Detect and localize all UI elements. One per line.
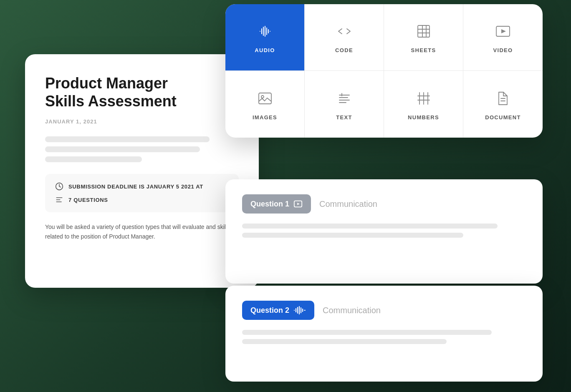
deadline-row: SUBMISSION DEADLINE IS JANUARY 5 2021 AT [55, 182, 229, 191]
question1-badge-label: Question 1 [250, 200, 289, 209]
svg-point-19 [261, 95, 264, 98]
info-box: SUBMISSION DEADLINE IS JANUARY 5 2021 AT… [45, 174, 239, 212]
question2-skeleton [242, 330, 526, 344]
questions-text: 7 QUESTIONS [68, 197, 108, 203]
assessment-card: Product Manager Skills Assessment JANUAR… [25, 54, 259, 288]
skeleton-line [242, 233, 463, 238]
sheets-icon [414, 21, 434, 41]
svg-marker-17 [501, 29, 506, 33]
skeleton-line [45, 156, 142, 162]
content-type-numbers[interactable]: NUMBERS [384, 71, 463, 138]
audio-label: AUDIO [255, 47, 275, 53]
skeleton-line [45, 136, 210, 142]
code-label: CODE [335, 47, 353, 53]
svg-rect-18 [259, 93, 271, 104]
question1-badge[interactable]: Question 1 [242, 194, 311, 214]
assessment-title: Product Manager Skills Assessment [45, 74, 239, 110]
skeleton-line [242, 339, 447, 344]
text-icon [334, 88, 354, 108]
question2-card: Question 2 Communication [225, 286, 543, 382]
content-type-sheets[interactable]: SHEETS [384, 4, 463, 71]
card-description: You will be asked a variety of question … [45, 222, 239, 241]
svg-rect-11 [418, 25, 430, 37]
skeleton-lines [45, 136, 239, 162]
content-type-card: AUDIO CODE SHEETS [225, 4, 543, 138]
skeleton-line [242, 224, 498, 229]
document-icon [493, 88, 513, 108]
video-play-icon [293, 199, 303, 209]
video-label: VIDEO [493, 47, 513, 53]
images-label: IMAGES [253, 114, 277, 121]
questions-row: 7 QUESTIONS [55, 196, 229, 204]
audio-wave-icon [293, 306, 306, 315]
numbers-icon [414, 88, 434, 108]
content-type-audio[interactable]: AUDIO [225, 4, 305, 71]
document-label: DOCUMENT [485, 114, 521, 121]
list-icon [55, 196, 63, 204]
deadline-text: SUBMISSION DEADLINE IS JANUARY 5 2021 AT [68, 183, 203, 190]
audio-icon [255, 21, 275, 41]
question1-skeleton [242, 224, 526, 238]
code-icon [334, 21, 354, 41]
content-type-images[interactable]: IMAGES [225, 71, 305, 138]
content-type-document[interactable]: DOCUMENT [463, 71, 543, 138]
assessment-date: JANUARY 1, 2021 [45, 118, 239, 125]
images-icon [255, 88, 275, 108]
question2-badge-label: Question 2 [250, 306, 289, 315]
numbers-label: NUMBERS [408, 114, 439, 121]
sheets-label: SHEETS [411, 47, 436, 53]
content-type-video[interactable]: VIDEO [463, 4, 543, 71]
content-type-text[interactable]: TEXT [305, 71, 384, 138]
question2-badge[interactable]: Question 2 [242, 301, 314, 320]
skeleton-line [45, 146, 200, 152]
content-type-code[interactable]: CODE [305, 4, 384, 71]
text-label: TEXT [336, 114, 352, 121]
clock-icon [55, 182, 63, 191]
video-icon [493, 21, 513, 41]
question1-header: Question 1 Communication [242, 194, 526, 214]
question1-card: Question 1 Communication [225, 179, 543, 284]
question2-header: Question 2 Communication [242, 301, 526, 320]
question2-category: Communication [323, 306, 381, 315]
skeleton-line [242, 330, 492, 335]
question1-category: Communication [319, 199, 377, 209]
svg-marker-33 [297, 203, 300, 205]
